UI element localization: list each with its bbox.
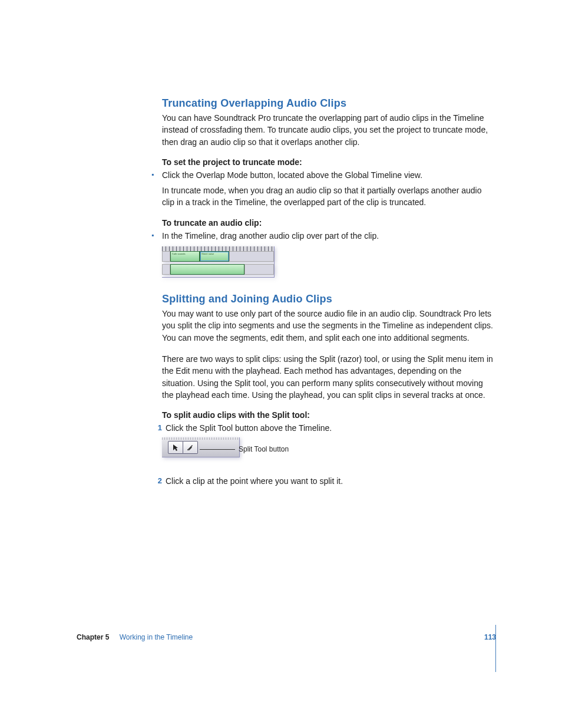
procedure-heading: To split audio clips with the Split tool… [162,410,496,420]
step-number: 2 [151,475,166,487]
arrow-tool-button [168,441,183,454]
timeline-track: Cafe sounds Street noise [162,251,274,262]
track-header [162,264,170,275]
page-edge-rule [495,625,496,672]
audio-clip-selected: Street noise [200,251,229,262]
bullet-icon: ▪ [151,169,162,180]
timeline-track [162,264,274,275]
bullet-icon: ▪ [151,230,162,241]
body-paragraph: You may want to use only part of the sou… [162,308,496,344]
section-heading-splitting: Splitting and Joining Audio Clips [162,293,496,305]
bullet-item: ▪ Click the Overlap Mode button, located… [162,169,496,181]
bullet-item: ▪ In the Timeline, drag another audio cl… [162,230,496,242]
step-item: 1 Click the Split Tool button above the … [162,422,496,434]
page-footer: Chapter 5 Working in the Timeline 113 [77,633,496,641]
body-paragraph: You can have Soundtrack Pro truncate the… [162,112,496,148]
track-header [162,251,170,262]
bullet-text: In the Timeline, drag another audio clip… [162,230,496,242]
bullet-text: Click the Overlap Mode button, located a… [162,169,496,181]
track-empty [244,264,274,275]
footer-page-number: 113 [484,633,496,641]
audio-clip [170,264,244,275]
footer-left: Chapter 5 Working in the Timeline [77,633,193,641]
footer-chapter-title: Working in the Timeline [120,633,193,641]
audio-clip: Cafe sounds [170,251,200,262]
split-tool-button [183,441,198,454]
callout-leader [200,449,235,450]
procedure-heading: To truncate an audio clip: [162,218,496,228]
body-paragraph: In truncate mode, when you drag an audio… [162,185,496,209]
timeline-ruler [162,437,239,440]
figure-split-toolbar: Split Tool button [162,437,496,457]
svg-rect-0 [187,449,189,450]
footer-chapter-label: Chapter 5 [77,633,109,641]
step-number: 1 [151,422,166,434]
arrow-icon [173,444,178,451]
step-text: Click a clip at the point where you want… [166,475,496,487]
step-text: Click the Split Tool button above the Ti… [166,422,496,434]
callout-label: Split Tool button [239,445,289,453]
document-page: Truncating Overlapping Audio Clips You c… [0,0,562,728]
track-empty [229,251,274,262]
section-heading-truncating: Truncating Overlapping Audio Clips [162,97,496,110]
toolbar [162,437,240,457]
procedure-heading: To set the project to truncate mode: [162,157,496,167]
razor-icon [187,444,194,451]
step-item: 2 Click a clip at the point where you wa… [162,475,496,487]
figure-timeline-overlap: Cafe sounds Street noise [162,246,275,278]
body-paragraph: There are two ways to split clips: using… [162,353,496,401]
